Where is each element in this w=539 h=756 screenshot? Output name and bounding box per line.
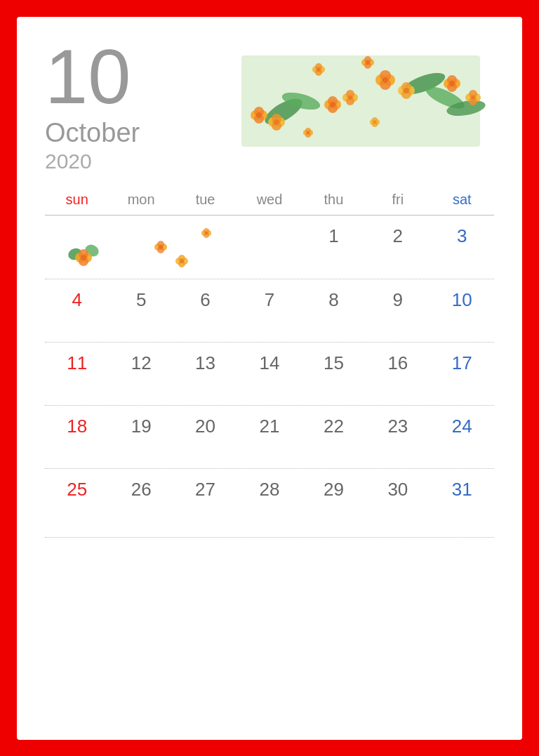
svg-point-10	[256, 112, 262, 118]
week-row-3: 11 12 13 14 15 16 17	[45, 342, 494, 405]
day-cell: 28	[237, 475, 301, 526]
svg-point-50	[366, 60, 370, 65]
svg-point-65	[373, 121, 376, 124]
week-row-2: 4 5 6 7 8 9 10	[45, 279, 494, 342]
day-cell	[45, 221, 109, 273]
flower-illustration	[199, 41, 494, 168]
svg-point-15	[274, 119, 279, 125]
day-cell-sun: 4	[45, 285, 109, 336]
day-cell: 20	[173, 411, 237, 463]
week-row-5: 25 26 27 28 29 30 31	[45, 468, 494, 531]
day-header-sun: sun	[45, 187, 109, 212]
day-cell-sun: 18	[45, 411, 109, 463]
calendar-header: 10 October 2020	[45, 38, 494, 173]
day-header-thu: thu	[302, 187, 366, 212]
month-number: 10	[45, 38, 140, 115]
svg-point-30	[382, 77, 388, 83]
svg-point-20	[330, 102, 335, 107]
day-cell: 19	[109, 411, 173, 463]
day-headers: sun mon tue wed thu fri sat	[45, 187, 494, 212]
day-cell: 13	[173, 348, 237, 399]
day-cell-sat: 10	[430, 285, 494, 336]
svg-point-25	[348, 95, 352, 100]
day-cell: 16	[366, 348, 430, 399]
month-name: October	[45, 118, 140, 148]
week-row-4: 18 19 20 21 22 23 24	[45, 405, 494, 468]
day-header-mon: mon	[109, 187, 173, 212]
svg-point-35	[404, 88, 409, 93]
day-cell-sat: 24	[430, 411, 494, 463]
day-cell-sat: 31	[430, 475, 494, 526]
day-cell-sat: 17	[430, 348, 494, 399]
day-cell: 8	[302, 285, 366, 336]
day-cell: 7	[237, 285, 301, 336]
last-divider	[45, 537, 494, 538]
day-cell-sat: 3	[430, 221, 494, 273]
day-header-sat: sat	[430, 187, 494, 212]
day-cell: 27	[173, 475, 237, 526]
day-cell: 22	[302, 411, 366, 463]
year: 2020	[45, 150, 140, 173]
day-header-fri: fri	[366, 187, 430, 212]
day-cell: 30	[366, 475, 430, 526]
day-cell: 6	[173, 285, 237, 336]
day-cell: 12	[109, 348, 173, 399]
day-cell	[173, 221, 237, 273]
day-cell: 23	[366, 411, 430, 463]
day-header-tue: tue	[173, 187, 237, 212]
day-cell: 9	[366, 285, 430, 336]
svg-point-55	[317, 67, 321, 72]
day-cell: 5	[109, 285, 173, 336]
day-cell: 29	[302, 475, 366, 526]
flower-svg	[199, 41, 494, 168]
day-cell	[237, 221, 301, 273]
day-cell: 14	[237, 348, 301, 399]
day-cell: 1	[302, 221, 366, 273]
day-cell-sun: 11	[45, 348, 109, 399]
svg-point-45	[471, 95, 475, 100]
month-info: 10 October 2020	[45, 38, 140, 173]
day-cell: 15	[302, 348, 366, 399]
svg-point-60	[307, 131, 310, 134]
day-cell-sun: 25	[45, 475, 109, 526]
calendar-page: 10 October 2020	[17, 17, 522, 740]
svg-point-40	[449, 81, 455, 86]
calendar-grid: sun mon tue wed thu fri sat	[45, 187, 494, 538]
day-cell	[109, 221, 173, 273]
day-header-wed: wed	[237, 187, 301, 212]
week-row-1: 1 2 3	[45, 215, 494, 279]
day-cell: 26	[109, 475, 173, 526]
day-cell: 21	[237, 411, 301, 463]
day-cell: 2	[366, 221, 430, 273]
